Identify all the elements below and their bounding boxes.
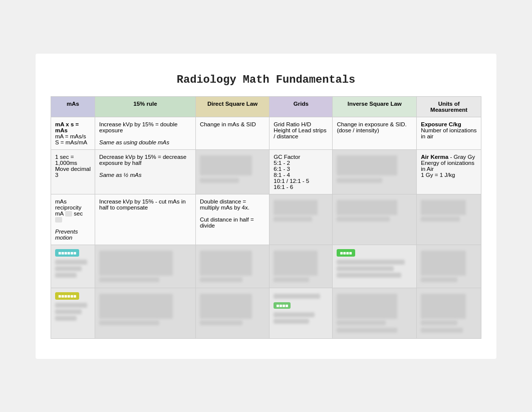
cell-mas-r1: mA x s = mAs mA = mAs/s S = mAs/mA <box>51 117 95 149</box>
grids-r2-text4: 8:1 - 4 <box>274 172 290 178</box>
blurred-content <box>55 266 82 271</box>
blurred-content <box>200 320 242 325</box>
header-grids: Grids <box>270 96 333 117</box>
cell-units-r4 <box>417 245 481 288</box>
cell-grids-r5: ■■■■ <box>270 288 333 338</box>
table-row: mAs reciprocity mA sec Prevents motion I… <box>51 194 481 245</box>
direct-r3-text1: Double distance = multiply mAs by 4x. <box>200 198 249 211</box>
cell-direct-r5 <box>195 288 269 338</box>
units-r2-text3: 1 Gy = 1 J/kg <box>421 172 455 178</box>
rule15-text2: Same as using double mAs <box>99 139 169 145</box>
mas-r3-text2: mA <box>55 211 65 217</box>
cell-15pct-r1: Increase kVp by 15% = double exposure Sa… <box>95 117 196 149</box>
header-direct: Direct Square Law <box>195 96 269 117</box>
cell-direct-r4 <box>195 245 269 288</box>
blurred-content <box>200 155 252 175</box>
cell-units-r1: Exposure C/kg Number of ionizations in a… <box>417 117 481 149</box>
cell-mas-r4: ■■■■■■ <box>51 245 95 288</box>
units-r2-text1b: - Gray Gy <box>450 154 475 160</box>
rule15-r2-text2: Same as ½ mAs <box>99 172 141 178</box>
rule15-r3-text1: Increase kVp by 15% - cut mAs in half to… <box>99 198 186 211</box>
direct-text1: Change in mAs & SID <box>200 121 256 127</box>
main-table: mAs 15% rule Direct Square Law Grids Inv… <box>51 96 481 339</box>
cell-grids-r3 <box>270 194 333 245</box>
grids-r2-text6: 16:1 - 6 <box>274 184 293 190</box>
blurred-content <box>200 251 252 276</box>
table-row: mA x s = mAs mA = mAs/s S = mAs/mA Incre… <box>51 117 481 149</box>
blurred-content <box>274 217 312 222</box>
mas-r3-text4: Prevents motion <box>55 229 78 241</box>
mas-formula: mA x s = mAs <box>55 121 79 133</box>
blurred-content <box>421 328 463 333</box>
cell-inverse-r4: ■■■■ <box>333 245 417 288</box>
grids-r2-text1: GC Factor <box>274 154 300 160</box>
blurred-content <box>421 200 465 215</box>
blurred-content <box>99 294 173 319</box>
blurred-content <box>274 319 309 324</box>
cell-units-r2: Air Kerma - Gray Gy Energy of ionization… <box>417 149 481 194</box>
blurred-content <box>99 277 159 282</box>
grids-r2-text3: 6:1 - 3 <box>274 166 290 172</box>
units-text1: Exposure C/kg <box>421 121 461 127</box>
cell-inverse-r3 <box>333 194 417 245</box>
blurred-content <box>421 217 460 222</box>
mas-r3-text1: mAs reciprocity <box>55 198 81 211</box>
blurred-content <box>337 273 401 278</box>
cell-15pct-r4 <box>95 245 196 288</box>
blurred-content <box>421 294 465 319</box>
cell-direct-r3: Double distance = multiply mAs by 4x. Cu… <box>195 194 269 245</box>
blurred-content <box>55 273 77 278</box>
mas-r3-text3: sec <box>72 211 83 217</box>
mas-formula-2: mA = mAs/s <box>55 133 86 139</box>
cell-grids-r1: Grid Ratio H/D Height of Lead strips / d… <box>270 117 333 149</box>
blurred-content <box>99 251 173 276</box>
cell-15pct-r2: Decrease kVp by 15% = decrease exposure … <box>95 149 196 194</box>
grids-r2-text5: 10:1 / 12:1 - 5 <box>274 178 309 184</box>
grids-text2: Height of Lead strips / distance <box>274 127 326 139</box>
blurred-content <box>337 294 397 319</box>
direct-r3-text2: Cut distance in half = divide <box>200 217 254 229</box>
blurred-content <box>274 294 320 299</box>
yellow-highlight: ■■■■■■ <box>55 292 91 300</box>
blurred-content <box>337 320 386 325</box>
cell-grids-r2: GC Factor 5:1 - 2 6:1 - 3 8:1 - 4 10:1 /… <box>270 149 333 194</box>
blurred-content <box>55 260 87 265</box>
cell-mas-r3: mAs reciprocity mA sec Prevents motion <box>51 194 95 245</box>
table-row: ■■■■■■ ■■■■ <box>51 288 481 338</box>
table-row: ■■■■■■ <box>51 245 481 288</box>
blurred-content <box>337 155 397 175</box>
header-units: Units of Measurement <box>417 96 481 117</box>
rule15-text1: Increase kVp by 15% = double exposure <box>99 121 177 133</box>
blurred-content <box>200 294 252 319</box>
header-15pct: 15% rule <box>95 96 196 117</box>
blurred-content <box>421 320 457 325</box>
blurred-content <box>200 277 242 282</box>
blurred-content <box>200 178 239 183</box>
cell-inverse-r1: Change in exposure & SID. (dose / intens… <box>333 117 417 149</box>
blurred-content <box>337 178 382 183</box>
grids-text1: Grid Ratio H/D <box>274 121 311 127</box>
cell-inverse-r5 <box>333 288 417 338</box>
table-row: 1 sec = 1,000ms Move decimal 3 Decrease … <box>51 149 481 194</box>
cell-15pct-r3: Increase kVp by 15% - cut mAs in half to… <box>95 194 196 245</box>
mas-r2-text2: Move decimal 3 <box>55 166 91 178</box>
units-r2-text2: Energy of ionizations in Air <box>421 160 474 172</box>
grids-r2-text2: 5:1 - 2 <box>274 160 290 166</box>
blurred-content <box>337 260 405 265</box>
green-highlight-container: ■■■■ <box>337 249 412 257</box>
blurred-content <box>421 277 457 282</box>
header-mas: mAs <box>51 96 95 117</box>
teal-highlight: ■■■■■■ <box>55 249 91 257</box>
cell-mas-r2: 1 sec = 1,000ms Move decimal 3 <box>51 149 95 194</box>
cell-direct-r2 <box>195 149 269 194</box>
blurred-content <box>337 266 393 271</box>
green-sm-container: ■■■■ <box>274 301 328 310</box>
blurred-content <box>337 328 397 333</box>
blurred-content <box>421 251 465 276</box>
header-inverse: Inverse Square Law <box>333 96 417 117</box>
mas-r2-text1: 1 sec = 1,000ms <box>55 154 77 166</box>
cell-units-r3 <box>417 194 481 245</box>
green-sm-badge: ■■■■ <box>274 302 291 309</box>
cell-grids-r4 <box>270 245 333 288</box>
blurred-content <box>55 309 82 314</box>
